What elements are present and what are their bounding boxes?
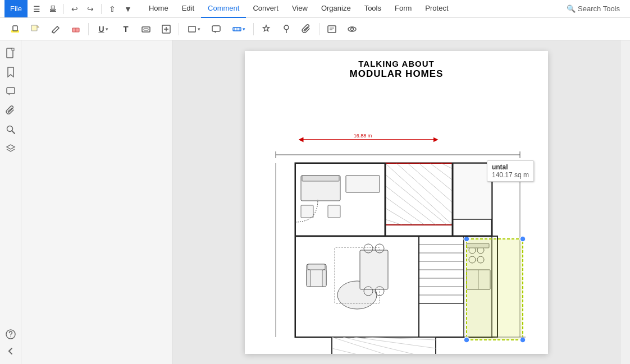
floor-plan: 16.88 m xyxy=(245,51,548,354)
svg-rect-62 xyxy=(302,176,339,181)
svg-rect-103 xyxy=(467,239,523,340)
svg-rect-63 xyxy=(301,205,313,218)
svg-rect-65 xyxy=(346,176,380,192)
menu-convert[interactable]: Convert xyxy=(246,0,285,18)
print-icon[interactable]: 🖶 xyxy=(45,2,60,16)
panel-toggle-icon[interactable]: ☰ xyxy=(30,2,44,16)
svg-rect-20 xyxy=(328,26,336,33)
menu-icon-group: ☰ 🖶 ↩ ↪ ⇧ ▼ xyxy=(30,2,135,16)
menu-tools[interactable]: Tools xyxy=(358,0,388,18)
svg-rect-27 xyxy=(7,87,15,94)
sep3 xyxy=(253,23,254,35)
measure-tool[interactable]: ▾ xyxy=(227,20,250,38)
right-sidebar xyxy=(620,40,630,364)
menu-home[interactable]: Home xyxy=(142,0,175,18)
text-stamp-tool[interactable] xyxy=(136,20,156,38)
svg-point-105 xyxy=(520,236,526,242)
menu-items: Home Edit Comment Convert View Organize … xyxy=(142,0,561,18)
canvas-area[interactable]: TALKING ABOUT MODULAR HOMES 16.88 m xyxy=(173,40,620,364)
svg-point-24 xyxy=(351,27,354,30)
sidebar-bookmark[interactable] xyxy=(2,64,19,81)
sidebar-help[interactable] xyxy=(2,326,19,343)
svg-line-30 xyxy=(12,131,15,133)
attach-tool[interactable] xyxy=(297,20,316,38)
search-tools[interactable]: 🔍 Search Tools xyxy=(561,4,626,13)
menu-form[interactable]: Form xyxy=(388,0,418,18)
tooltip-value: 140.17 sq m xyxy=(492,171,529,179)
svg-rect-11 xyxy=(189,26,195,32)
stamp2-tool[interactable] xyxy=(257,20,276,38)
sidebar-comment[interactable] xyxy=(2,83,19,100)
eraser-tool[interactable] xyxy=(66,20,85,38)
sep1 xyxy=(88,23,89,35)
svg-text:16.88 m: 16.88 m xyxy=(354,133,372,139)
share-icon[interactable]: ⇧ xyxy=(105,2,120,16)
dropdown-icon[interactable]: ▼ xyxy=(121,2,135,16)
svg-marker-3 xyxy=(37,25,39,27)
svg-rect-59 xyxy=(453,163,492,219)
insert-tool[interactable] xyxy=(157,20,176,38)
svg-point-106 xyxy=(464,337,469,343)
highlight-tool[interactable] xyxy=(6,20,25,38)
search-tools-label: Search Tools xyxy=(578,4,620,13)
doc-title-line2: MODULAR HOMES xyxy=(350,68,444,80)
sidebar-layers[interactable] xyxy=(2,140,19,157)
sidebar-collapse[interactable] xyxy=(2,343,19,360)
svg-rect-7 xyxy=(144,29,148,30)
main-content: TALKING ABOUT MODULAR HOMES 16.88 m xyxy=(0,40,630,364)
left-panel xyxy=(21,40,173,364)
document-page: TALKING ABOUT MODULAR HOMES 16.88 m xyxy=(245,51,548,354)
svg-rect-76 xyxy=(322,270,326,287)
svg-rect-1 xyxy=(13,26,17,31)
menu-protect[interactable]: Protect xyxy=(418,0,455,18)
text-tool[interactable]: T xyxy=(116,20,135,38)
svg-rect-64 xyxy=(328,205,340,218)
sticky-note-tool[interactable] xyxy=(26,20,45,38)
underline-tool[interactable]: U ▾ xyxy=(92,20,115,38)
pin-tool[interactable] xyxy=(277,20,296,38)
rectangle-tool[interactable]: ▾ xyxy=(182,20,206,38)
eye-tool[interactable] xyxy=(343,20,362,38)
sidebar-document[interactable] xyxy=(2,45,19,62)
svg-marker-28 xyxy=(8,94,10,95)
comment-box-tool[interactable] xyxy=(207,20,226,38)
svg-point-107 xyxy=(520,337,526,343)
svg-rect-75 xyxy=(307,270,311,287)
undo-icon[interactable]: ↩ xyxy=(67,2,82,16)
sep2 xyxy=(179,23,179,35)
svg-rect-6 xyxy=(142,27,150,32)
tooltip-label: untal xyxy=(492,163,529,171)
left-sidebar xyxy=(0,40,21,364)
svg-rect-68 xyxy=(360,250,388,289)
redo-icon[interactable]: ↪ xyxy=(83,2,98,16)
menu-edit[interactable]: Edit xyxy=(175,0,201,18)
svg-marker-13 xyxy=(214,31,216,33)
menu-view[interactable]: View xyxy=(285,0,314,18)
file-menu[interactable]: File xyxy=(4,0,28,17)
svg-rect-12 xyxy=(212,26,220,31)
menu-organize[interactable]: Organize xyxy=(314,0,358,18)
pencil-tool[interactable] xyxy=(46,20,65,38)
svg-rect-26 xyxy=(12,48,14,50)
svg-rect-74 xyxy=(308,264,325,270)
menu-comment[interactable]: Comment xyxy=(201,0,246,18)
separator xyxy=(63,4,64,14)
search-tools-icon: 🔍 xyxy=(567,4,576,13)
svg-marker-31 xyxy=(7,145,15,149)
svg-point-33 xyxy=(10,337,11,338)
sidebar-attachment[interactable] xyxy=(2,102,19,119)
sidebar-search[interactable] xyxy=(2,121,19,138)
toolbar: U ▾ T ▾ ▾ xyxy=(0,18,630,40)
svg-rect-93 xyxy=(332,337,436,354)
doc-title-line1: TALKING ABOUT xyxy=(350,59,444,68)
separator xyxy=(101,4,102,14)
svg-point-18 xyxy=(284,25,289,30)
sep4 xyxy=(319,23,319,35)
text-edit-tool[interactable] xyxy=(322,20,341,38)
svg-rect-2 xyxy=(31,25,37,31)
menu-bar: File ☰ 🖶 ↩ ↪ ⇧ ▼ Home Edit Comment Conve… xyxy=(0,0,630,18)
measurement-tooltip: untal 140.17 sq m xyxy=(487,160,534,182)
